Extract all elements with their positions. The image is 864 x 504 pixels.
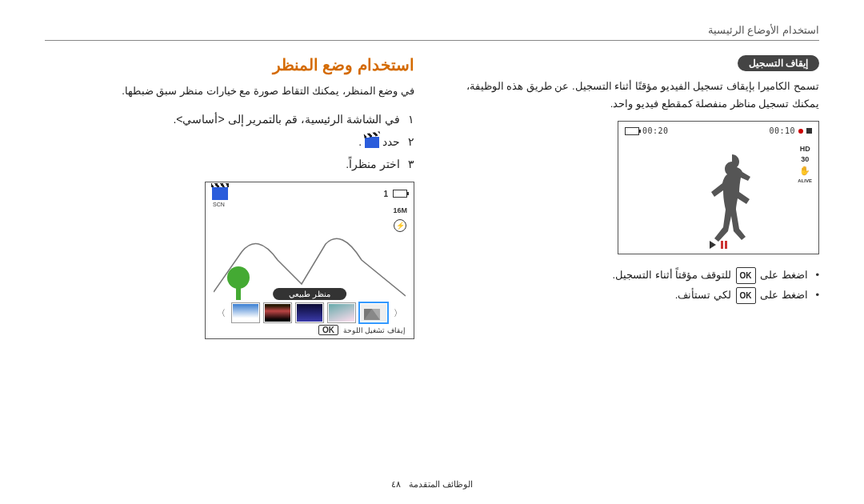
scn-label: SCN — [213, 202, 225, 207]
battery-icon — [625, 127, 639, 135]
scene-label-pill: منظر طبيعي — [273, 288, 346, 300]
pause-icon — [721, 241, 727, 249]
ok-key-icon: OK — [318, 325, 338, 335]
scene-thumb-beach[interactable] — [232, 303, 259, 322]
scene-preview: 1 SCN 16M — [205, 182, 414, 339]
video-bottom-controls — [710, 241, 727, 249]
svg-point-1 — [227, 266, 250, 289]
scene-thumbnails: 〈 〉 — [215, 303, 404, 322]
page-footer: الوظائف المتقدمة ٤٨ — [0, 479, 864, 490]
scene-thumb-portrait[interactable] — [328, 303, 355, 322]
play-icon — [710, 241, 716, 249]
step-2: ٢ حدد . — [45, 130, 414, 153]
video-side-icons: HD 30 ✋ ALIVE — [798, 146, 812, 183]
pause-paragraph: تسمح الكاميرا بإيقاف تسجيل الفيديو مؤقتً… — [450, 78, 819, 113]
ok-key-icon: OK — [736, 287, 756, 304]
scene-intro: في وضع المنظر، يمكنك التقاط صورة مع خيار… — [45, 82, 414, 100]
hd-icon: HD — [800, 146, 810, 153]
bullet-pause: اضغط على OK للتوقف مؤقتاً أثناء التسجيل. — [450, 266, 819, 286]
time-total: 00:20 — [642, 126, 669, 135]
footer-section: الوظائف المتقدمة — [409, 479, 473, 489]
record-icon — [798, 129, 803, 134]
video-preview-topbar: 00:20 00:10 — [625, 126, 812, 135]
stop-icon — [806, 128, 812, 134]
scene-thumb-landscape[interactable] — [360, 303, 387, 322]
manual-page: استخدام الأوضاع الرئيسية إيقاف التسجيل ت… — [0, 0, 864, 339]
scene-steps: ١ في الشاشة الرئيسية، قم بالتمرير إلى <أ… — [45, 108, 414, 175]
step-1: ١ في الشاشة الرئيسية، قم بالتمرير إلى <أ… — [45, 108, 414, 130]
scene-thumb-sunset[interactable] — [264, 303, 291, 322]
battery-icon — [393, 190, 407, 198]
fps-icon: 30 — [801, 156, 809, 163]
alive-icon: ALIVE — [798, 178, 812, 183]
shot-counter: 1 — [383, 190, 388, 198]
clapperboard-icon — [212, 187, 228, 200]
columns: إيقاف التسجيل تسمح الكاميرا بإيقاف تسجيل… — [45, 55, 819, 339]
scene-mode-column: استخدام وضع المنظر في وضع المنظر، يمكنك … — [45, 55, 414, 339]
ok-key-icon: OK — [736, 267, 756, 284]
step-3: ٣ اختر منظراً. — [45, 153, 414, 175]
stabilize-icon: ✋ — [799, 166, 810, 175]
video-preview: 00:20 00:10 HD 30 ✋ ALIVE — [618, 121, 819, 254]
pause-recording-column: إيقاف التسجيل تسمح الكاميرا بإيقاف تسجيل… — [450, 55, 819, 339]
footer-page: ٤٨ — [391, 479, 401, 489]
silhouette-graphic — [698, 150, 762, 254]
tree-icon — [226, 262, 250, 300]
bullet-resume: اضغط على OK لكي تستأنف. — [450, 286, 819, 306]
arrow-right-icon[interactable]: 〉 — [392, 307, 404, 319]
scene-menu-hint: إيقاف تشغيل اللوحة OK — [317, 325, 406, 335]
section-pill: إيقاف التسجيل — [738, 55, 819, 71]
pause-bullets: اضغط على OK للتوقف مؤقتاً أثناء التسجيل.… — [450, 266, 819, 305]
resolution-icon: 16M — [393, 206, 407, 214]
time-elapsed: 00:10 — [769, 126, 795, 135]
breadcrumb: استخدام الأوضاع الرئيسية — [708, 24, 819, 36]
scene-thumb-night[interactable] — [296, 303, 323, 322]
scene-mode-icon — [365, 137, 379, 148]
header: استخدام الأوضاع الرئيسية — [45, 22, 819, 41]
scene-title: استخدام وضع المنظر — [45, 55, 414, 74]
scene-preview-top: 1 — [212, 187, 407, 200]
arrow-left-icon[interactable]: 〈 — [215, 307, 227, 319]
